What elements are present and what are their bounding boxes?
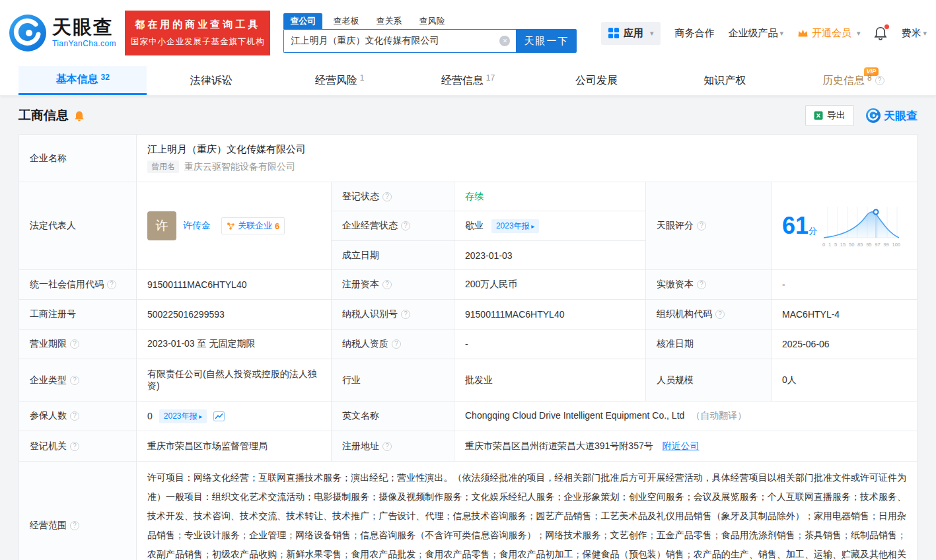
help-icon[interactable] [382, 192, 392, 201]
site-header: 天眼查 TianYanCha.com 都在用的商业查询工具 国家中小企业发展子基… [0, 0, 936, 66]
tianyancha-watermark-text: 天眼查 [884, 108, 918, 123]
header-right-nav: 应用 商务合作 企业级产品 开通会员 费米 [601, 22, 927, 45]
excel-icon [814, 111, 823, 120]
search-tab-relation[interactable]: 查关系 [369, 13, 408, 29]
english-name-label: 英文名称 [332, 402, 454, 431]
help-icon[interactable] [382, 442, 392, 451]
related-companies-count: 6 [275, 221, 279, 231]
brand-domain: TianYanCha.com [52, 39, 116, 48]
tab-history-info[interactable]: VIP 历史信息 8 [789, 66, 918, 95]
legal-rep-avatar[interactable]: 许 [147, 211, 176, 240]
company-type-label: 企业类型 [19, 359, 137, 402]
tab-basic-info[interactable]: 基本信息 32 [18, 66, 147, 95]
help-icon[interactable] [382, 280, 392, 289]
apps-menu[interactable]: 应用 [601, 22, 661, 45]
field-label-text: 登记机关 [30, 440, 67, 451]
help-icon[interactable] [715, 310, 725, 319]
staff-size-value: 0人 [772, 359, 918, 402]
field-label-text: 企业经营状态 [342, 220, 398, 230]
help-icon[interactable] [401, 310, 410, 319]
enterprise-products-menu[interactable]: 企业级产品 [728, 27, 783, 40]
notification-bell-icon[interactable] [874, 26, 887, 41]
tab-intellectual-property[interactable]: 知识产权 [661, 66, 789, 95]
search-input[interactable] [283, 29, 516, 53]
related-companies-link[interactable]: 关联企业 6 [221, 217, 285, 234]
help-icon[interactable] [392, 339, 401, 349]
help-icon[interactable] [70, 339, 79, 349]
search-tab-risk[interactable]: 查风险 [412, 13, 451, 29]
business-info-table: 企业名称 江上明月（重庆）文化传媒有限公司 曾用名 重庆云驱智能设备有限公司 法… [18, 134, 918, 560]
field-label-text: 登记状态 [342, 191, 379, 201]
search-tabs: 查公司 查老板 查关系 查风险 [283, 13, 577, 29]
paid-capital-value: - [772, 270, 918, 300]
export-button[interactable]: 导出 [805, 105, 854, 126]
slogan-line2: 国家中小企业发展子基金旗下机构 [131, 36, 265, 48]
help-icon[interactable] [875, 76, 884, 85]
business-cooperation-link[interactable]: 商务合作 [674, 27, 714, 40]
tab-business-info[interactable]: 经营信息 17 [404, 66, 532, 95]
help-icon[interactable] [70, 376, 79, 385]
table-row: 法定代表人 许 许传金 关联企业 6 登记状态 [19, 182, 918, 211]
export-label: 导出 [827, 110, 846, 122]
search-tab-boss[interactable]: 查老板 [326, 13, 365, 29]
search-tab-company[interactable]: 查公司 [283, 13, 322, 29]
tianyancha-watermark: 天眼查 [866, 108, 918, 123]
tab-label: 知识产权 [703, 74, 746, 88]
industry-label: 行业 [332, 359, 454, 402]
industry-value: 批发业 [454, 359, 646, 402]
annual-report-badge[interactable]: 2023年报 [491, 219, 540, 233]
table-row: 营业期限 2023-01-03 至 无固定期限 纳税人资质 - 核准日期 202… [19, 330, 918, 359]
org-code-value: MAC6HTYL-4 [772, 300, 918, 330]
crown-icon [797, 28, 809, 38]
score-chart: 015155085959799100 [822, 205, 900, 248]
help-icon[interactable] [70, 442, 79, 451]
legal-rep-name-link[interactable]: 许传金 [183, 220, 211, 232]
user-name: 费米 [901, 27, 921, 40]
vip-upgrade-link[interactable]: 开通会员 [797, 27, 861, 40]
trend-chart-icon[interactable] [213, 411, 225, 421]
chevron-down-icon [857, 29, 861, 38]
table-row: 登记机关 重庆市荣昌区市场监督管理局 注册地址 重庆市荣昌区昌州街道荣昌大道39… [19, 431, 918, 462]
taxpayer-id-label: 纳税人识别号 [332, 300, 454, 330]
search-area: 查公司 查老板 查关系 查风险 天眼一下 [283, 13, 577, 53]
annual-report-badge[interactable]: 2023年报 [159, 409, 207, 423]
search-button[interactable]: 天眼一下 [516, 29, 577, 53]
chevron-down-icon [650, 29, 654, 38]
table-row: 统一社会信用代码 91500111MAC6HTYL40 注册资本 200万人民币… [19, 270, 918, 300]
user-menu[interactable]: 费米 [901, 27, 927, 40]
apps-grid-icon [608, 28, 619, 38]
registry-value: 重庆市荣昌区市场监督管理局 [137, 431, 332, 462]
help-icon[interactable] [107, 280, 116, 289]
reg-capital-value: 200万人民币 [454, 270, 646, 300]
help-icon[interactable] [401, 221, 410, 230]
table-row: 经营范围 许可项目：网络文化经营；互联网直播技术服务；演出经纪；营业性演出。（依… [19, 462, 918, 560]
paid-capital-label: 实缴资本 [646, 270, 772, 300]
help-icon[interactable] [697, 221, 706, 230]
table-row: 参保人数 0 2023年报 英文名称 Chongqing Cloud Drive… [19, 402, 918, 431]
former-name-badge: 曾用名 [147, 160, 179, 173]
credit-code-label: 统一社会信用代码 [19, 270, 137, 300]
help-icon[interactable] [697, 280, 706, 289]
field-label-text: 注册资本 [342, 279, 379, 289]
subscribe-bell-icon[interactable] [74, 110, 85, 122]
tab-label: 法律诉讼 [190, 74, 233, 88]
help-icon[interactable] [70, 411, 79, 421]
tab-company-development[interactable]: 公司发展 [532, 66, 661, 95]
former-name: 重庆云驱智能设备有限公司 [184, 161, 295, 173]
nearby-companies-link[interactable]: 附近公司 [663, 440, 700, 451]
taxpayer-quality-value: - [454, 330, 646, 359]
business-scope-label: 经营范围 [19, 462, 137, 560]
tab-business-risk[interactable]: 经营风险 1 [275, 66, 404, 95]
field-label-text: 纳税人识别号 [342, 308, 398, 319]
field-label-text: 营业期限 [30, 338, 67, 349]
company-name-label: 企业名称 [19, 135, 137, 182]
tab-legal-proceedings[interactable]: 法律诉讼 [147, 66, 275, 95]
chevron-down-icon [779, 29, 783, 38]
page-tabs: 基本信息 32 法律诉讼 经营风险 1 经营信息 17 公司发展 知识产权 VI… [0, 66, 936, 96]
tianyancha-logo[interactable]: 天眼查 TianYanCha.com [9, 15, 116, 52]
field-label-text: 注册地址 [342, 440, 379, 451]
tab-label: 基本信息 [56, 73, 98, 87]
help-icon[interactable] [70, 521, 79, 530]
notification-dot [884, 24, 889, 29]
tab-label: 经营信息 [441, 74, 484, 88]
